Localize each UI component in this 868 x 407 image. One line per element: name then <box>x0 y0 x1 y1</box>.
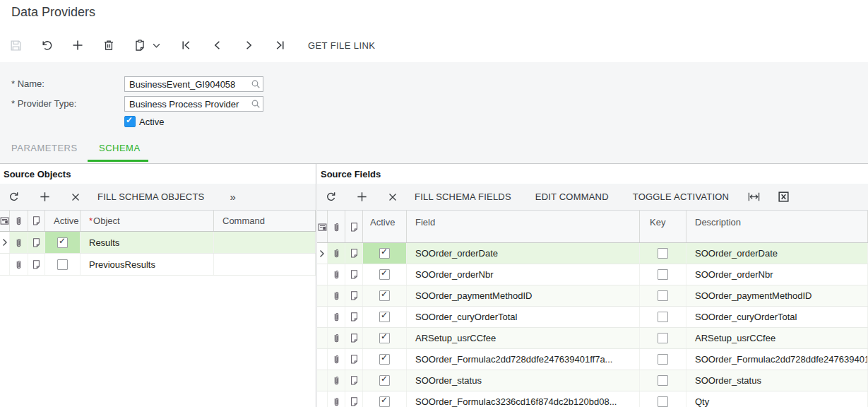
command-cell[interactable] <box>214 254 316 275</box>
attachment-cell[interactable] <box>328 328 345 348</box>
attachment-cell[interactable] <box>10 232 28 253</box>
active-checkbox[interactable] <box>379 290 390 301</box>
attachment-cell[interactable] <box>328 285 345 306</box>
go-previous-button[interactable] <box>209 37 226 54</box>
attachment-cell[interactable] <box>328 391 345 407</box>
attachment-cell[interactable] <box>10 254 28 275</box>
key-checkbox[interactable] <box>658 312 668 322</box>
attachment-cell[interactable] <box>328 349 345 370</box>
note-cell[interactable] <box>345 285 363 306</box>
notes-column-header[interactable] <box>28 211 45 231</box>
clipboard-button[interactable] <box>131 37 148 54</box>
note-cell[interactable] <box>345 349 363 370</box>
table-row[interactable]: SOOrder_paymentMethodID SOOrder_paymentM… <box>317 285 868 307</box>
column-header-description[interactable]: Description <box>686 211 868 242</box>
search-icon[interactable] <box>251 79 261 89</box>
note-cell[interactable] <box>345 328 363 348</box>
attachments-column-header[interactable] <box>328 211 345 242</box>
export-to-excel-button[interactable] <box>775 189 791 205</box>
description-cell[interactable]: Qty <box>686 391 868 407</box>
edit-command-button[interactable]: EDIT COMMAND <box>535 191 609 202</box>
row-settings-column-header[interactable] <box>317 211 328 242</box>
note-cell[interactable] <box>345 264 363 285</box>
active-checkbox[interactable] <box>124 116 136 127</box>
table-row[interactable]: SOOrder_Formulac2dd728ddfe247639401ff7a.… <box>317 349 868 370</box>
active-cell[interactable] <box>363 370 407 391</box>
key-checkbox[interactable] <box>658 354 668 365</box>
active-checkbox[interactable] <box>379 269 390 280</box>
description-cell[interactable]: SOOrder_curyOrderTotal <box>686 307 868 327</box>
active-checkbox[interactable] <box>379 396 390 407</box>
key-checkbox[interactable] <box>658 333 668 343</box>
column-header-active[interactable]: Active <box>363 211 407 242</box>
field-cell[interactable]: SOOrder_status <box>407 370 640 391</box>
field-cell[interactable]: SOOrder_paymentMethodID <box>407 285 640 306</box>
delete-row-button[interactable] <box>68 189 83 205</box>
fill-schema-objects-button[interactable]: FILL SCHEMA OBJECTS <box>97 191 204 202</box>
description-cell[interactable]: ARSetup_usrCCfee <box>686 328 868 348</box>
key-checkbox[interactable] <box>658 396 668 407</box>
object-cell[interactable]: PreviousResults <box>81 254 214 275</box>
search-icon[interactable] <box>251 99 261 109</box>
get-file-link-button[interactable]: GET FILE LINK <box>308 40 375 51</box>
description-cell[interactable]: SOOrder_orderDate <box>686 243 868 264</box>
object-cell[interactable]: Results <box>81 232 214 253</box>
active-cell[interactable] <box>363 264 407 285</box>
command-cell[interactable] <box>214 232 316 253</box>
table-row[interactable]: SOOrder_Formulac3236cd16f874dc2b120bd08.… <box>317 391 868 407</box>
column-header-object[interactable]: *Object <box>81 211 214 231</box>
add-record-button[interactable] <box>69 37 86 54</box>
active-checkbox[interactable] <box>379 354 390 365</box>
fill-schema-fields-button[interactable]: FILL SCHEMA FIELDS <box>415 191 511 202</box>
active-checkbox[interactable] <box>379 375 390 386</box>
provider-type-input[interactable] <box>124 96 263 112</box>
active-cell[interactable] <box>45 232 81 253</box>
field-cell[interactable]: ARSetup_usrCCfee <box>407 328 640 348</box>
add-row-button[interactable] <box>37 189 52 205</box>
add-row-button[interactable] <box>354 189 369 205</box>
description-cell[interactable]: SOOrder_status <box>686 370 868 391</box>
field-cell[interactable]: SOOrder_Formulac3236cd16f874dc2b120bd08.… <box>407 391 640 407</box>
note-cell[interactable] <box>28 254 45 275</box>
table-row[interactable]: Results <box>0 232 316 254</box>
field-cell[interactable]: SOOrder_orderNbr <box>407 264 640 285</box>
key-checkbox[interactable] <box>658 269 668 280</box>
key-cell[interactable] <box>640 307 686 327</box>
active-cell[interactable] <box>363 328 407 348</box>
attachments-column-header[interactable] <box>10 211 28 231</box>
attachment-cell[interactable] <box>328 370 345 391</box>
active-cell[interactable] <box>45 254 81 275</box>
table-row[interactable]: PreviousResults <box>0 254 316 276</box>
clipboard-menu-button[interactable] <box>151 37 161 54</box>
note-cell[interactable] <box>345 370 363 391</box>
tab-schema[interactable]: SCHEMA <box>99 143 141 153</box>
column-header-active[interactable]: Active <box>45 211 81 231</box>
active-cell[interactable] <box>363 391 407 407</box>
notes-column-header[interactable] <box>345 211 363 242</box>
note-cell[interactable] <box>345 243 363 264</box>
active-cell[interactable] <box>363 349 407 370</box>
key-cell[interactable] <box>640 285 686 306</box>
table-row[interactable]: SOOrder_orderNbr SOOrder_orderNbr <box>317 264 868 285</box>
key-cell[interactable] <box>640 243 686 264</box>
row-settings-column-header[interactable] <box>0 211 10 231</box>
column-header-field[interactable]: Field <box>407 211 640 242</box>
key-cell[interactable] <box>640 349 686 370</box>
note-cell[interactable] <box>28 232 45 253</box>
key-cell[interactable] <box>640 264 686 285</box>
field-cell[interactable]: SOOrder_Formulac2dd728ddfe247639401ff7a.… <box>407 349 640 370</box>
column-header-key[interactable]: Key <box>640 211 686 242</box>
refresh-button[interactable] <box>6 189 21 205</box>
active-cell[interactable] <box>363 285 407 306</box>
delete-record-button[interactable] <box>100 37 117 54</box>
toggle-activation-button[interactable]: TOGGLE ACTIVATION <box>633 191 729 202</box>
active-checkbox[interactable] <box>379 312 390 322</box>
active-cell[interactable] <box>363 243 407 264</box>
active-checkbox[interactable] <box>57 259 68 270</box>
key-cell[interactable] <box>640 370 686 391</box>
field-cell[interactable]: SOOrder_orderDate <box>407 243 640 264</box>
key-checkbox[interactable] <box>658 248 668 259</box>
table-row[interactable]: SOOrder_status SOOrder_status <box>317 370 868 391</box>
field-cell[interactable]: SOOrder_curyOrderTotal <box>407 307 640 327</box>
name-input[interactable] <box>124 76 263 92</box>
